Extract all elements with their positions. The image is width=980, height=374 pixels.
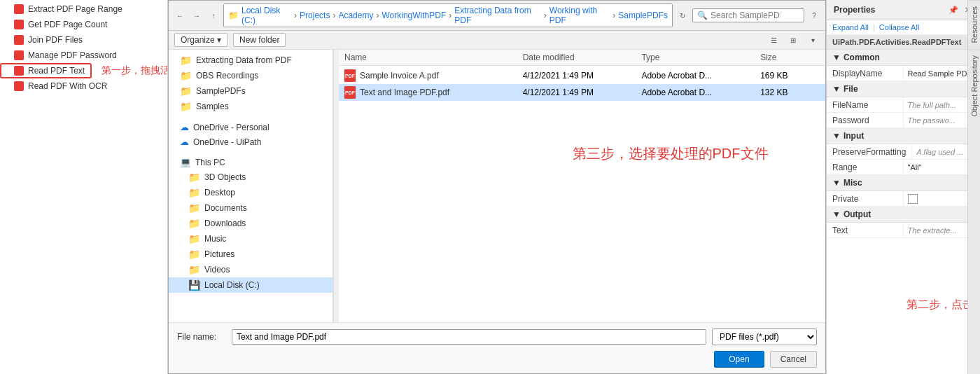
folder-icon: 📁	[188, 218, 200, 229]
resources-tab[interactable]: Resources	[968, 0, 981, 49]
pdf-icon	[14, 66, 24, 76]
folder-icon: 📁	[188, 233, 200, 244]
folder-icon: 📁	[188, 172, 200, 183]
view-options-button[interactable]: ▾	[806, 33, 820, 47]
collapse-triangle: ▼	[832, 53, 841, 62]
cloud-icon: ☁	[180, 122, 189, 132]
help-button[interactable]: ?	[807, 8, 821, 22]
prop-section-output[interactable]: ▼ Output	[827, 207, 980, 223]
pin-icon[interactable]: 📌	[948, 4, 959, 15]
nav-item-local-disk[interactable]: 💾 Local Disk (C:)	[169, 277, 332, 293]
breadcrumb-academy[interactable]: Academy	[338, 11, 373, 20]
back-button[interactable]: ←	[173, 8, 187, 22]
prop-name: Password	[827, 113, 904, 127]
nav-item-obs-recordings[interactable]: 📁 OBS Recordings	[169, 68, 332, 83]
collapse-triangle: ▼	[832, 178, 841, 188]
activity-type-bar: UiPath.PDF.Activities.ReadPDFText	[827, 35, 980, 50]
sidebar-item-extract-pdf[interactable]: Extract PDF Page Range	[0, 1, 167, 17]
prop-section-misc[interactable]: ▼ Misc	[827, 175, 980, 191]
sidebar-item-manage-password[interactable]: Manage PDF Password	[0, 48, 167, 63]
col-size[interactable]: Size	[760, 53, 820, 62]
nav-item-desktop[interactable]: 📁 Desktop	[169, 185, 332, 200]
nav-label: SamplePDFs	[196, 86, 246, 96]
collapse-all-button[interactable]: Collapse All	[879, 23, 919, 32]
prop-name: DisplayName	[827, 66, 904, 81]
sidebar-item-get-page-count[interactable]: Get PDF Page Count	[0, 17, 167, 32]
nav-item-documents[interactable]: 📁 Documents	[169, 200, 332, 216]
file-list-area: Name Date modified Type Size PDF Sample …	[339, 50, 825, 322]
nav-item-videos[interactable]: 📁 Videos	[169, 262, 332, 277]
address-bar[interactable]: 📁 Local Disk (C:) › Projects › Academy ›…	[223, 4, 673, 27]
nav-scrollbar[interactable]	[333, 50, 339, 322]
prop-name: Private	[827, 191, 904, 206]
object-repository-tab[interactable]: Object Repository	[968, 49, 981, 122]
new-folder-button[interactable]: New folder	[233, 33, 286, 47]
nav-label: Pictures	[204, 249, 234, 259]
section-label: Misc	[844, 178, 862, 188]
filename-input[interactable]	[232, 329, 706, 345]
properties-body: ▼ Common DisplayName Read Sample PD... ▼…	[827, 50, 980, 374]
nav-item-samplepdfs[interactable]: 📁 SamplePDFs	[169, 83, 332, 99]
section-label: Common	[844, 53, 880, 62]
section-label: Input	[844, 131, 864, 141]
properties-title: Properties	[834, 5, 875, 15]
filename-label: File name:	[177, 332, 226, 342]
folder-icon: 📁	[180, 55, 192, 66]
breadcrumb-samplepdfs[interactable]: SamplePDFs	[618, 11, 668, 20]
breadcrumb-workingwithpdf[interactable]: WorkingWithPDF	[382, 11, 446, 20]
expand-all-button[interactable]: Expand All	[832, 23, 869, 32]
breadcrumb-extracting[interactable]: Extracting Data from PDF	[454, 6, 541, 25]
breadcrumb-working[interactable]: Working with PDF	[550, 6, 610, 25]
open-button[interactable]: Open	[714, 351, 764, 368]
refresh-button[interactable]: ↻	[676, 8, 690, 22]
nav-item-pictures[interactable]: 📁 Pictures	[169, 247, 332, 262]
file-name: Sample Invoice A.pdf	[360, 71, 439, 81]
search-input[interactable]	[710, 11, 780, 20]
nav-label: Desktop	[204, 188, 235, 198]
properties-header: Properties 📌 ✕	[827, 0, 980, 20]
nav-item-downloads[interactable]: 📁 Downloads	[169, 216, 332, 231]
nav-item-onedrive-personal[interactable]: ☁ OneDrive - Personal	[169, 120, 332, 134]
nav-item-onedrive-uipath[interactable]: ☁ OneDrive - UiPath	[169, 134, 332, 149]
file-row[interactable]: PDF Sample Invoice A.pdf 4/12/2021 1:49 …	[339, 67, 825, 84]
file-name-cell: PDF Sample Invoice A.pdf	[344, 69, 523, 82]
view-list-button[interactable]: ☰	[766, 33, 780, 47]
nav-item-music[interactable]: 📁 Music	[169, 231, 332, 247]
nav-label: 3D Objects	[204, 172, 246, 182]
nav-item-3d-objects[interactable]: 📁 3D Objects	[169, 169, 332, 185]
sidebar-item-join-pdf[interactable]: Join PDF Files	[0, 32, 167, 48]
col-type[interactable]: Type	[641, 53, 760, 62]
filetype-select[interactable]: PDF files (*.pdf)	[712, 328, 817, 345]
sidebar-item-read-pdf-text[interactable]: Read PDF Text	[0, 63, 92, 78]
col-date[interactable]: Date modified	[523, 53, 642, 62]
col-name[interactable]: Name	[344, 53, 523, 62]
file-type: Adobe Acrobat D...	[641, 88, 760, 97]
breadcrumb-projects[interactable]: Projects	[300, 11, 330, 20]
folder-icon: 📁	[188, 249, 200, 260]
nav-label: Videos	[204, 265, 230, 275]
search-box[interactable]: 🔍	[692, 8, 804, 22]
cancel-button[interactable]: Cancel	[770, 351, 817, 368]
breadcrumb-local[interactable]: Local Disk (C:)	[241, 6, 291, 25]
forward-button[interactable]: →	[190, 8, 204, 22]
activity-label: Get PDF Page Count	[28, 20, 107, 29]
file-row[interactable]: PDF Text and Image PDF.pdf 4/12/2021 1:4…	[339, 84, 825, 101]
pdf-icon	[14, 4, 24, 14]
prop-section-common[interactable]: ▼ Common	[827, 50, 980, 66]
file-name: Text and Image PDF.pdf	[360, 88, 449, 97]
view-details-button[interactable]: ⊞	[786, 33, 800, 47]
organize-button[interactable]: Organize ▾	[174, 33, 227, 47]
prop-row-private: Private	[827, 191, 980, 207]
sidebar-item-read-pdf-ocr[interactable]: Read PDF With OCR	[0, 78, 167, 94]
file-size: 169 KB	[760, 71, 820, 81]
folder-icon: 📁	[188, 187, 200, 198]
nav-item-this-pc[interactable]: 💻 This PC	[169, 155, 332, 169]
up-button[interactable]: ↑	[206, 8, 220, 22]
section-label: Output	[844, 209, 871, 219]
nav-item-samples[interactable]: 📁 Samples	[169, 99, 332, 114]
prop-section-input[interactable]: ▼ Input	[827, 128, 980, 144]
nav-item-extracting[interactable]: 📁 Extracting Data from PDF	[169, 53, 332, 68]
prop-section-file[interactable]: ▼ File	[827, 81, 980, 97]
private-checkbox[interactable]	[908, 194, 918, 204]
prop-row-preserve: PreserveFormatting A flag used ...	[827, 144, 980, 160]
